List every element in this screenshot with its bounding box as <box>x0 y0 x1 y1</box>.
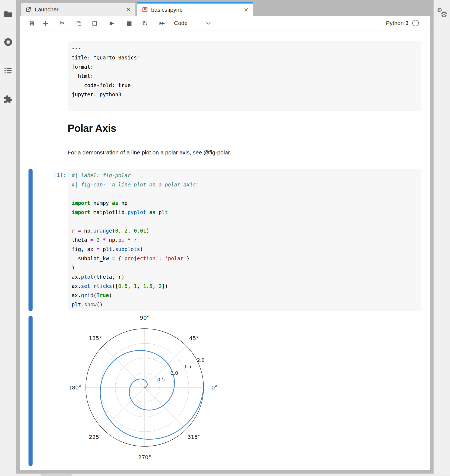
code-cell-editor[interactable]: #| label: fig-polar#| fig-cap: "A line p… <box>68 169 421 311</box>
tab-basics-ipynb[interactable]: basics.ipynb ✕ <box>137 2 253 16</box>
input-collapser[interactable] <box>28 169 33 311</box>
property-inspector-gears-icon[interactable]: ⚙ ⚙ <box>436 7 448 19</box>
markdown-heading: Polar Axis <box>68 123 116 134</box>
tab-launcher[interactable]: Launcher ✕ <box>20 3 136 16</box>
svg-text:315°: 315° <box>188 434 201 440</box>
tab-launcher-label: Launcher <box>35 6 121 13</box>
interrupt-kernel-button[interactable]: ■ <box>125 16 134 30</box>
svg-text:2.0: 2.0 <box>197 357 205 363</box>
kernel-name: Python 3 <box>386 20 408 26</box>
svg-text:1.0: 1.0 <box>170 370 178 376</box>
notebook-toolbar: + ✂ ▶ ■ ↻ ▶▶ Code Python 3 <box>20 16 430 30</box>
yaml-raw-cell[interactable]: ---title: "Quarto Basics"format: html: c… <box>68 41 421 110</box>
cell-type-value: Code <box>174 20 188 26</box>
cell-type-dropdown[interactable]: Code <box>174 16 211 30</box>
restart-run-all-button[interactable]: ▶▶ <box>157 16 166 30</box>
tab-launcher-close-icon[interactable]: ✕ <box>121 6 135 13</box>
svg-text:90°: 90° <box>140 315 149 321</box>
running-kernels-icon[interactable] <box>4 37 13 47</box>
tab-basics-ipynb-label: basics.ipynb <box>151 7 239 13</box>
chevron-down-icon <box>206 20 211 26</box>
tab-basics-ipynb-close-icon[interactable]: ✕ <box>239 7 253 13</box>
svg-text:225°: 225° <box>89 434 102 440</box>
output-collapser[interactable] <box>28 316 33 466</box>
add-cell-button[interactable]: + <box>41 16 50 30</box>
cut-cells-button[interactable]: ✂ <box>58 16 67 30</box>
restart-kernel-button[interactable]: ↻ <box>140 16 150 30</box>
extension-manager-icon[interactable] <box>4 95 13 104</box>
svg-text:135°: 135° <box>89 335 102 341</box>
file-browser-icon[interactable] <box>4 9 13 19</box>
jupyterlab-window: ⚙ ⚙ Launcher ✕ basics.ipynb ✕ + <box>0 0 450 476</box>
table-of-contents-icon[interactable] <box>4 66 13 75</box>
svg-text:0.5: 0.5 <box>157 377 165 382</box>
horizontal-scrollbar-thumb[interactable] <box>41 474 72 476</box>
execution-count: [1]: <box>25 172 66 178</box>
svg-text:270°: 270° <box>138 454 151 461</box>
launcher-icon <box>26 7 31 12</box>
markdown-paragraph: For a demonstration of a line plot on a … <box>68 149 231 156</box>
svg-text:180°: 180° <box>68 384 81 391</box>
left-activity-bar <box>0 0 16 476</box>
right-activity-bar: ⚙ ⚙ <box>433 0 450 476</box>
svg-text:45°: 45° <box>189 335 199 341</box>
run-cell-button[interactable]: ▶ <box>107 16 116 30</box>
notebook-panel: ---title: "Quarto Basics"format: html: c… <box>20 30 430 470</box>
bottom-scrollbar-track <box>16 474 450 476</box>
save-button[interactable] <box>27 16 36 30</box>
svg-text:0°: 0° <box>211 384 218 391</box>
paste-cells-button[interactable] <box>90 16 99 30</box>
notebook-icon <box>142 7 148 13</box>
kernel-status-indicator[interactable] <box>412 20 419 26</box>
polar-plot-output: 0°45°90°135°180°225°270°315°0.51.01.52.0 <box>56 312 236 471</box>
svg-text:1.5: 1.5 <box>184 364 191 369</box>
copy-cells-button[interactable] <box>74 16 83 30</box>
